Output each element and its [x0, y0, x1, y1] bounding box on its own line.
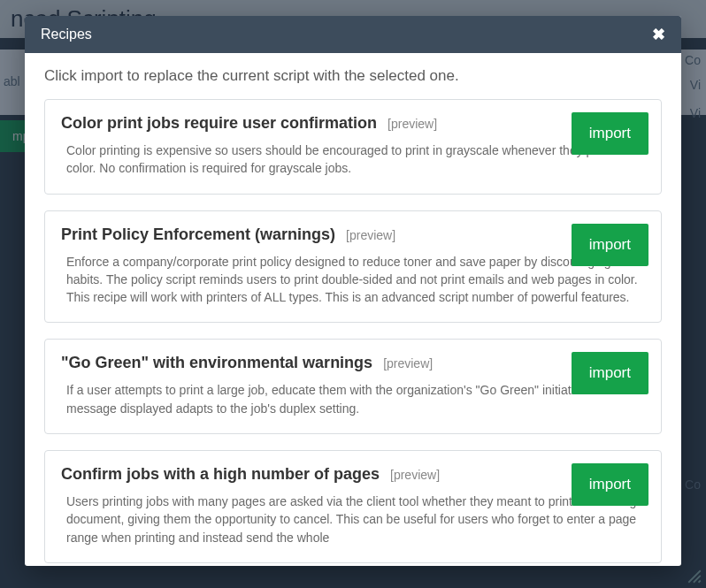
- modal-intro-text: Click import to replace the current scri…: [44, 67, 662, 85]
- recipe-title: Confirm jobs with a high number of pages: [61, 465, 380, 484]
- recipe-description: Users printing jobs with many pages are …: [61, 493, 645, 546]
- recipes-modal: Recipes ✖ Click import to replace the cu…: [25, 16, 681, 566]
- preview-link[interactable]: [preview]: [388, 117, 437, 131]
- recipe-description: Enforce a company/corporate print policy…: [61, 253, 645, 307]
- recipe-description: Color printing is expensive so users sho…: [61, 141, 645, 178]
- recipe-card: import Print Policy Enforcement (warning…: [44, 210, 662, 324]
- import-button[interactable]: import: [572, 352, 648, 394]
- import-button[interactable]: import: [572, 112, 648, 155]
- recipe-card: import Confirm jobs with a high number o…: [44, 450, 662, 563]
- close-icon[interactable]: ✖: [652, 27, 665, 42]
- recipe-card: import "Go Green" with environmental war…: [44, 339, 662, 434]
- preview-link[interactable]: [preview]: [390, 468, 440, 482]
- modal-header: Recipes ✖: [25, 16, 681, 53]
- import-button[interactable]: import: [572, 224, 648, 266]
- recipe-card: import Color print jobs require user con…: [44, 99, 662, 195]
- modal-body-wrapper: Click import to replace the current scri…: [25, 53, 681, 566]
- recipe-description: If a user attempts to print a large job,…: [61, 381, 645, 417]
- preview-link[interactable]: [preview]: [383, 356, 433, 370]
- recipe-title: Print Policy Enforcement (warnings): [61, 225, 335, 244]
- preview-link[interactable]: [preview]: [346, 228, 395, 242]
- import-button[interactable]: import: [572, 463, 648, 506]
- recipe-title: Color print jobs require user confirmati…: [61, 114, 377, 133]
- modal-title: Recipes: [41, 27, 92, 42]
- modal-body[interactable]: Click import to replace the current scri…: [25, 53, 681, 566]
- recipe-title: "Go Green" with environmental warnings: [61, 354, 372, 372]
